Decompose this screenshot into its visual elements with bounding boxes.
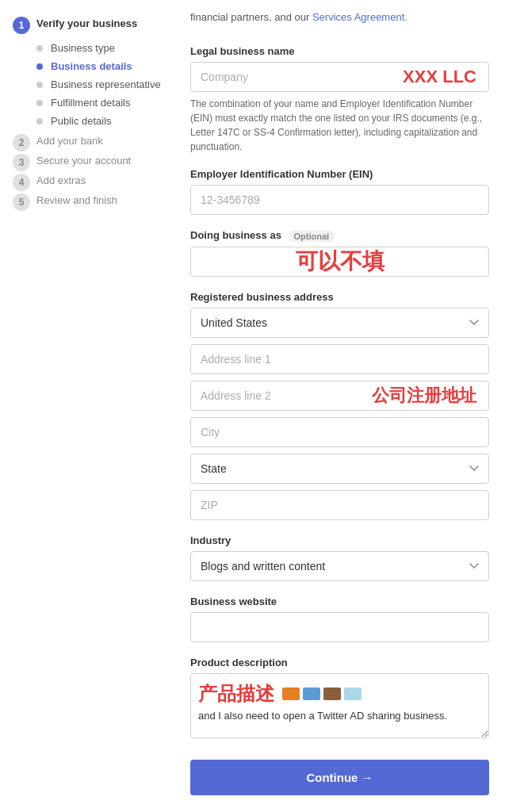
legal-name-label: Legal business name: [190, 45, 489, 57]
city-input[interactable]: [190, 417, 489, 447]
legal-name-helper: The combination of your name and Employe…: [190, 97, 489, 154]
step-1-circle: 1: [13, 17, 30, 34]
dot-business-rep: [36, 82, 43, 88]
step-5-title: Review and finish: [36, 193, 117, 206]
step-3[interactable]: 3 Secure your account: [13, 153, 174, 171]
sidebar-item-public[interactable]: Public details: [36, 112, 174, 130]
step-4[interactable]: 4 Add extras: [13, 173, 174, 191]
step-5-circle: 5: [13, 193, 30, 211]
sidebar-item-business-rep[interactable]: Business representative: [36, 75, 174, 94]
dot-business-details: [36, 63, 43, 70]
sidebar-item-business-details[interactable]: Business details: [36, 57, 174, 75]
doing-business-input[interactable]: [190, 247, 489, 277]
address-line2-wrapper: 公司注册地址: [190, 381, 489, 411]
continue-button[interactable]: Continue →: [190, 760, 489, 795]
industry-select[interactable]: Blogs and written content: [190, 551, 489, 581]
address-line2-input[interactable]: [190, 381, 489, 411]
sidebar-item-business-type[interactable]: Business type: [36, 39, 174, 57]
step-4-circle: 4: [13, 174, 30, 191]
business-website-input[interactable]: wzproject.com: [190, 612, 489, 642]
top-note: financial partners, and our Services Agr…: [190, 0, 489, 31]
legal-name-field-wrapper: XXX LLC: [190, 62, 489, 92]
sidebar: 1 Verify your business Business type Bus…: [0, 0, 174, 812]
industry-label: Industry: [190, 534, 489, 546]
business-website-label: Business website: [190, 596, 489, 607]
doing-business-field-wrapper: 可以不填: [190, 247, 489, 277]
step-3-title: Secure your account: [36, 153, 131, 167]
step-4-title: Add extras: [36, 173, 86, 186]
country-select[interactable]: United States: [190, 308, 489, 338]
optional-badge: Optional: [289, 231, 335, 242]
ein-label: Employer Identification Number (EIN): [190, 168, 489, 180]
step-1: 1 Verify your business Business type Bus…: [13, 16, 174, 130]
continue-label: Continue →: [306, 771, 373, 784]
registered-address-label: Registered business address: [190, 291, 489, 303]
address-grid: United States 公司注册地址 State: [190, 308, 489, 520]
state-select[interactable]: State: [190, 454, 489, 484]
address-line1-input[interactable]: [190, 344, 489, 374]
step-2-circle: 2: [13, 134, 30, 151]
legal-name-input[interactable]: [190, 62, 489, 92]
main-content: financial partners, and our Services Agr…: [174, 0, 505, 812]
ein-input[interactable]: [190, 185, 489, 215]
dot-fulfillment: [36, 100, 43, 106]
doing-business-label-wrapper: Doing business as Optional: [190, 229, 489, 242]
step-5[interactable]: 5 Review and finish: [13, 193, 174, 211]
dot-public: [36, 118, 43, 124]
product-desc-wrapper: 产品描述 and I also need to open a Twitter A…: [190, 673, 489, 741]
services-agreement-link[interactable]: Services Agreement.: [312, 11, 407, 23]
product-desc-label: Product description: [190, 657, 489, 668]
top-note-text: financial partners, and our: [190, 11, 312, 23]
product-desc-textarea[interactable]: [190, 673, 489, 738]
step-1-subitems: Business type Business details Business …: [36, 39, 174, 130]
step-3-circle: 3: [13, 154, 30, 171]
step-1-title: Verify your business: [36, 16, 137, 29]
dot-business-type: [36, 45, 43, 52]
sidebar-item-fulfillment[interactable]: Fulfillment details: [36, 94, 174, 112]
step-2[interactable]: 2 Add your bank: [13, 133, 174, 151]
step-2-title: Add your bank: [36, 133, 103, 147]
doing-business-label: Doing business as: [190, 229, 281, 241]
zip-input[interactable]: [190, 490, 489, 520]
